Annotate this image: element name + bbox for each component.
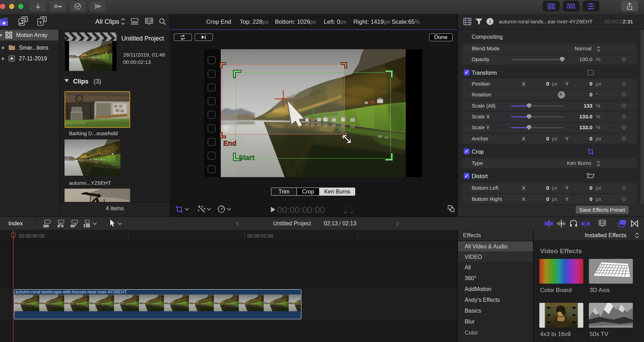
svg-text:End: End [223, 139, 237, 147]
svg-text:T: T [39, 20, 42, 25]
svg-text:Start: Start [239, 154, 255, 161]
svg-text:i: i [489, 19, 491, 24]
